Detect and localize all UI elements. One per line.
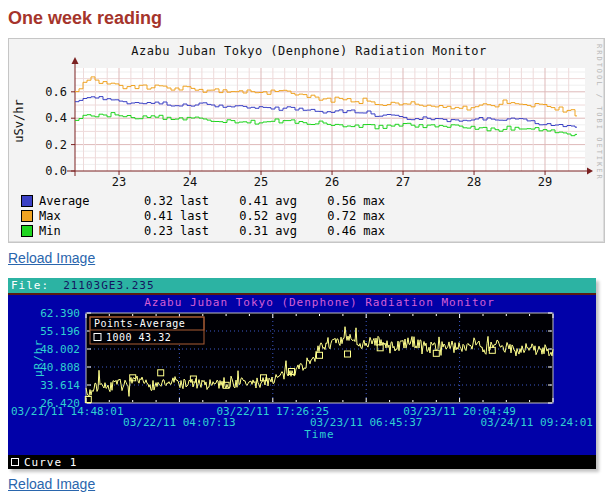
gnuplot-graph-image: File: 21103GE3.235 Azabu Juban Tokyo (De… — [8, 278, 596, 469]
svg-text:24: 24 — [183, 175, 197, 189]
svg-text:µR/hr: µR/hr — [32, 339, 45, 377]
svg-text:28: 28 — [467, 175, 481, 189]
legend-last-value: 0.32 last — [121, 194, 209, 208]
reload-image-link-top[interactable]: Reload Image — [8, 250, 95, 266]
curve-bar: Curve 1 — [8, 455, 596, 469]
svg-text:Azabu Juban Tokyo (Denphone) R: Azabu Juban Tokyo (Denphone) Radiation M… — [131, 44, 486, 58]
svg-text:Points-Average: Points-Average — [94, 318, 185, 329]
radiation-chart-area: Azabu Juban Tokyo (Denphone) Radiation M… — [8, 295, 596, 455]
file-bar: File: 21103GE3.235 — [8, 278, 596, 295]
svg-text:03/24/11 09:24:01: 03/24/11 09:24:01 — [480, 416, 593, 429]
svg-text:0.0: 0.0 — [45, 164, 67, 178]
svg-text:0.6: 0.6 — [45, 85, 67, 99]
rrd-graph-image: Azabu Juban Tokyo (Denphone) Radiation M… — [8, 38, 605, 243]
legend-last-value: 0.41 last — [121, 209, 209, 223]
svg-text:26: 26 — [325, 175, 339, 189]
legend-last-value: 0.23 last — [121, 224, 209, 238]
legend-avg-value: 0.52 avg — [209, 209, 297, 223]
svg-text:0.4: 0.4 — [45, 111, 67, 125]
svg-text:1000 43.32: 1000 43.32 — [106, 332, 171, 343]
curve-label: Curve 1 — [24, 456, 77, 469]
page-title: One week reading — [8, 8, 606, 28]
svg-text:55.196: 55.196 — [40, 325, 80, 338]
legend-row-average: Average 0.32 last 0.41 avg 0.56 max — [21, 193, 604, 208]
legend-max-value: 0.72 max — [297, 209, 385, 223]
legend-max-value: 0.46 max — [297, 224, 385, 238]
svg-text:uSv/hr: uSv/hr — [12, 99, 26, 142]
svg-text:03/21/11 14:48:01: 03/21/11 14:48:01 — [11, 405, 124, 418]
reload-image-link-bottom[interactable]: Reload Image — [8, 476, 95, 492]
svg-text:40.808: 40.808 — [40, 361, 80, 374]
svg-text:Time: Time — [304, 428, 335, 441]
legend-avg-value: 0.31 avg — [209, 224, 297, 238]
svg-text:33.614: 33.614 — [40, 379, 80, 392]
svg-text:62.390: 62.390 — [40, 307, 80, 320]
legend-avg-value: 0.41 avg — [209, 194, 297, 208]
svg-text:Azabu Juban Tokyo (Denphone) R: Azabu Juban Tokyo (Denphone) Radiation M… — [144, 296, 495, 309]
rrd-chart-canvas: Azabu Juban Tokyo (Denphone) Radiation M… — [9, 41, 604, 193]
legend-name: Max — [39, 209, 121, 223]
legend-name: Average — [39, 194, 121, 208]
legend-name: Min — [39, 224, 121, 238]
svg-text:25: 25 — [254, 175, 268, 189]
legend-swatch-min — [21, 225, 33, 237]
legend-max-value: 0.56 max — [297, 194, 385, 208]
svg-text:27: 27 — [396, 175, 410, 189]
legend-row-max: Max 0.41 last 0.52 avg 0.72 max — [21, 208, 604, 223]
svg-text:48.002: 48.002 — [40, 343, 80, 356]
radiation-chart-canvas: Azabu Juban Tokyo (Denphone) Radiation M… — [8, 295, 596, 455]
svg-text:23: 23 — [112, 175, 126, 189]
file-value: 21103GE3.235 — [63, 279, 154, 292]
svg-text:29: 29 — [538, 175, 552, 189]
legend-row-min: Min 0.23 last 0.31 avg 0.46 max — [21, 223, 604, 238]
legend-swatch-max — [21, 210, 33, 222]
rrd-legend: Average 0.32 last 0.41 avg 0.56 max Max … — [9, 193, 604, 238]
svg-text:03/22/11 04:07:13: 03/22/11 04:07:13 — [123, 416, 236, 429]
rrdtool-watermark: RRDTOOL / TOBI OETIKER — [595, 44, 603, 181]
svg-text:0.2: 0.2 — [45, 138, 67, 152]
legend-swatch-average — [21, 195, 33, 207]
curve-swatch-icon — [11, 458, 19, 466]
file-label: File: — [11, 279, 49, 292]
